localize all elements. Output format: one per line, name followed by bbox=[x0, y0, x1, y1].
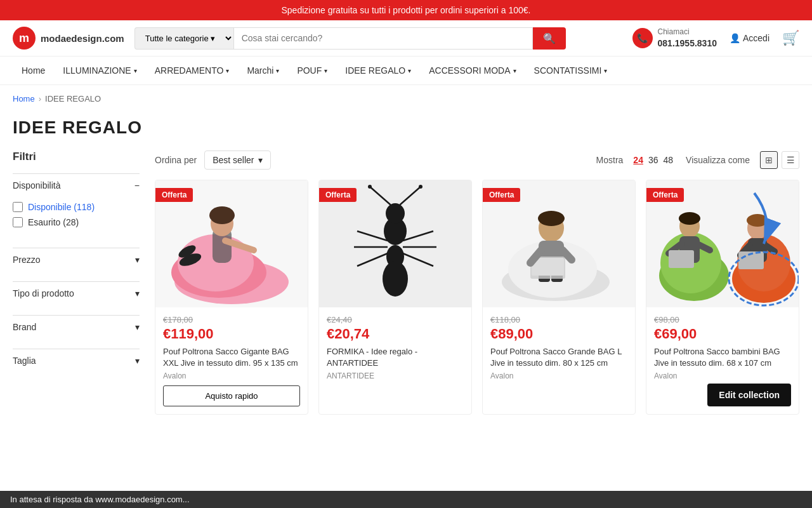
phone-icon: 📞 bbox=[632, 28, 653, 48]
filter-brand: Brand ▾ bbox=[13, 315, 140, 338]
filter-esaurito[interactable]: Esaurito (28) bbox=[13, 217, 140, 227]
filter-tipo-prodotto-header[interactable]: Tipo di prodotto ▾ bbox=[13, 281, 140, 305]
chevron-down-icon: ▾ bbox=[135, 356, 140, 366]
filter-disponibile-checkbox[interactable] bbox=[13, 202, 23, 212]
filter-disponibile-label: Disponibile (118) bbox=[28, 202, 95, 212]
svg-rect-43 bbox=[669, 250, 694, 268]
filter-disponibile[interactable]: Disponibile (118) bbox=[13, 202, 140, 212]
nav-item-home[interactable]: Home bbox=[13, 57, 54, 84]
logo-text: modaedesign.com bbox=[41, 33, 124, 44]
product-image: Offerta bbox=[646, 180, 799, 307]
logo-icon: m bbox=[13, 27, 36, 50]
search-input[interactable] bbox=[233, 27, 533, 50]
filter-brand-header[interactable]: Brand ▾ bbox=[13, 315, 140, 338]
product-brand: Avalon bbox=[163, 371, 300, 380]
search-area: Tutte le categorie ▾ 🔍 bbox=[134, 27, 566, 50]
accedi-button[interactable]: 👤 Accedi bbox=[730, 33, 769, 43]
price-new: €89,00 bbox=[490, 326, 627, 342]
price-old: €178,00 bbox=[163, 315, 300, 324]
page-size-links: 24 36 48 bbox=[633, 155, 673, 165]
filter-prezzo: Prezzo ▾ bbox=[13, 248, 140, 271]
nav-item-idee-regalo[interactable]: IDEE REGALO ▾ bbox=[336, 57, 420, 84]
product-info: €118,00 €89,00 Pouf Poltrona Sacco Grand… bbox=[483, 307, 635, 393]
price-new: €69,00 bbox=[654, 326, 791, 342]
product-card: Offerta bbox=[482, 180, 636, 415]
nav-item-arredamento[interactable]: ARREDAMENTO ▾ bbox=[146, 57, 239, 84]
header: m modaedesign.com Tutte le categorie ▾ 🔍… bbox=[0, 20, 812, 57]
chevron-down-icon: ▾ bbox=[258, 155, 263, 165]
filter-esaurito-checkbox[interactable] bbox=[13, 217, 23, 227]
page-size-24[interactable]: 24 bbox=[633, 155, 643, 165]
product-card: Offerta bbox=[318, 180, 472, 415]
list-view-button[interactable]: ☰ bbox=[782, 151, 799, 169]
quick-add-button[interactable]: Aquisto rapido bbox=[163, 385, 300, 406]
product-name: FORMIKA - Idee regalo - ANTARTIDEE bbox=[327, 346, 464, 369]
price-new: €20,74 bbox=[327, 326, 464, 342]
visualizza-label: Visualizza come bbox=[686, 155, 750, 165]
filter-prezzo-header[interactable]: Prezzo ▾ bbox=[13, 248, 140, 271]
nav-item-accessori-moda[interactable]: ACCESSORI MODA ▾ bbox=[420, 57, 525, 84]
page-size-48[interactable]: 48 bbox=[664, 155, 674, 165]
product-name: Pouf Poltrona Sacco Grande BAG L Jive in… bbox=[490, 346, 627, 369]
cart-icon[interactable]: 🛒 bbox=[782, 30, 799, 46]
main-nav: Home ILLUMINAZIONE ▾ ARREDAMENTO ▾ March… bbox=[0, 57, 812, 85]
svg-line-13 bbox=[370, 187, 390, 204]
nav-item-illuminazione[interactable]: ILLUMINAZIONE ▾ bbox=[54, 57, 145, 84]
edit-collection-button[interactable]: Edit collection bbox=[707, 384, 791, 406]
chevron-down-icon: ▾ bbox=[513, 67, 516, 74]
header-right: 📞 Chiamaci 081.1955.8310 👤 Accedi 🛒 bbox=[632, 27, 799, 49]
product-name: Pouf Poltrona Sacco bambini BAG Jive in … bbox=[654, 346, 791, 369]
filter-disponibilita-label: Disponibilità bbox=[13, 180, 60, 190]
svg-line-17 bbox=[357, 231, 388, 241]
nav-item-pouf[interactable]: POUF ▾ bbox=[288, 57, 336, 84]
filter-prezzo-label: Prezzo bbox=[13, 255, 41, 265]
svg-point-7 bbox=[209, 206, 235, 224]
offerta-badge: Offerta bbox=[155, 188, 193, 202]
filter-disponibilita-header[interactable]: Disponibilità − bbox=[13, 173, 140, 197]
ordina-label: Ordina per bbox=[155, 155, 197, 165]
svg-point-12 bbox=[386, 203, 405, 224]
svg-point-15 bbox=[368, 185, 372, 189]
offerta-badge: Offerta bbox=[319, 188, 357, 202]
product-image: Offerta bbox=[155, 180, 308, 307]
filter-taglia-header[interactable]: Taglia ▾ bbox=[13, 349, 140, 372]
svg-point-16 bbox=[419, 185, 422, 189]
product-info: €98,00 €69,00 Pouf Poltrona Sacco bambin… bbox=[646, 307, 799, 393]
grid-view-button[interactable]: ⊞ bbox=[760, 151, 778, 169]
product-info: €24,40 €20,74 FORMIKA - Idee regalo - AN… bbox=[319, 307, 471, 393]
filter-taglia: Taglia ▾ bbox=[13, 349, 140, 372]
filter-brand-label: Brand bbox=[13, 322, 36, 332]
nav-item-scontatissimi[interactable]: SCONTATISSIMI ▾ bbox=[525, 57, 617, 84]
chevron-down-icon: ▾ bbox=[134, 67, 137, 74]
chevron-down-icon: ▾ bbox=[408, 67, 411, 74]
offerta-badge: Offerta bbox=[483, 188, 520, 202]
nav-item-marchi[interactable]: Marchi ▾ bbox=[238, 57, 288, 84]
category-select[interactable]: Tutte le categorie ▾ bbox=[134, 27, 233, 50]
view-toggle: ⊞ ☰ bbox=[760, 151, 799, 169]
product-grid: Offerta bbox=[155, 180, 799, 415]
product-name: Pouf Poltrona Sacco Gigante BAG XXL Jive… bbox=[163, 346, 300, 369]
svg-line-22 bbox=[403, 253, 433, 266]
chevron-down-icon: ▾ bbox=[324, 67, 327, 74]
minus-icon: − bbox=[134, 180, 140, 190]
svg-line-19 bbox=[357, 253, 388, 266]
page-size-36[interactable]: 36 bbox=[648, 155, 658, 165]
breadcrumb-home[interactable]: Home bbox=[13, 94, 35, 104]
chevron-down-icon: ▾ bbox=[135, 322, 140, 332]
logo[interactable]: m modaedesign.com bbox=[13, 27, 124, 50]
sort-bar: Ordina per Best seller ▾ Mostra 24 36 48… bbox=[155, 150, 799, 170]
sort-select[interactable]: Best seller ▾ bbox=[204, 150, 270, 170]
search-button[interactable]: 🔍 bbox=[533, 27, 566, 50]
mostra-label: Mostra bbox=[596, 155, 624, 165]
products-area: Ordina per Best seller ▾ Mostra 24 36 48… bbox=[155, 150, 799, 415]
top-banner: Spedizione gratuita su tutti i prodotti … bbox=[0, 0, 812, 20]
banner-text: Spedizione gratuita su tutti i prodotti … bbox=[281, 5, 530, 15]
svg-line-14 bbox=[400, 187, 421, 204]
filter-disponibilita: Disponibilità − Disponibile (118) Esauri… bbox=[13, 173, 140, 237]
price-old: €98,00 bbox=[654, 315, 791, 324]
filters-title: Filtri bbox=[13, 150, 140, 163]
product-info: €178,00 €119,00 Pouf Poltrona Sacco Giga… bbox=[155, 307, 308, 414]
filter-tipo-prodotto-label: Tipo di prodotto bbox=[13, 288, 74, 298]
product-card-last: Offerta bbox=[646, 180, 799, 415]
product-image: Offerta bbox=[483, 180, 635, 307]
